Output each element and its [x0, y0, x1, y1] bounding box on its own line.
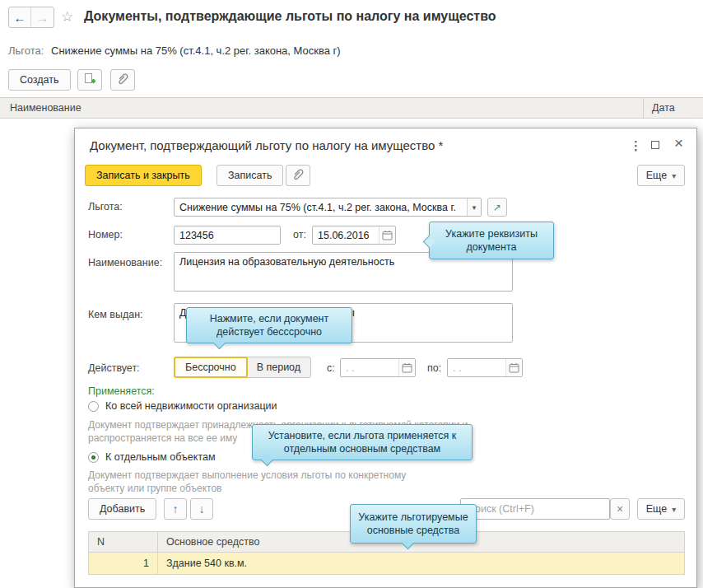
- attach-button[interactable]: [110, 69, 135, 91]
- period-to-value: . .: [453, 362, 461, 374]
- chevron-down-icon: ▾: [672, 171, 676, 180]
- row-asset: Здание 540 кв.м.: [158, 558, 247, 569]
- nav-history-group: ← →: [8, 7, 54, 28]
- radio-objects-label: К отдельным объектам: [105, 451, 216, 463]
- forward-icon: →: [36, 11, 49, 25]
- benefit-label: Льгота:: [8, 44, 44, 57]
- column-name[interactable]: Наименование: [0, 102, 643, 114]
- paperclip-icon: [116, 72, 129, 88]
- number-field-label: Номер:: [88, 229, 123, 240]
- benefit-field-label: Льгота:: [88, 201, 123, 212]
- period-from-input[interactable]: . .: [340, 358, 416, 377]
- dialog-more-button[interactable]: Еще ▾: [637, 165, 685, 186]
- more-label: Еще: [646, 503, 667, 515]
- column-asset[interactable]: Основное средство: [158, 536, 259, 548]
- tooltip-assets: Укажите льготируемые основные средства: [350, 504, 477, 544]
- period-from-value: . .: [346, 362, 354, 374]
- calendar-icon[interactable]: [398, 359, 415, 376]
- clear-icon: ×: [617, 502, 623, 516]
- favorite-star-icon[interactable]: ☆: [61, 8, 73, 26]
- chevron-down-icon[interactable]: ▾: [467, 198, 481, 216]
- tooltip-text: Установите, если льгота применяется к от…: [259, 429, 465, 455]
- arrow-down-icon: ↓: [199, 502, 205, 516]
- chevron-down-icon: ▾: [672, 505, 676, 514]
- period-toggle[interactable]: В период: [247, 357, 310, 377]
- validity-field-label: Действует:: [88, 362, 140, 374]
- applies-label: Применяется:: [88, 385, 155, 397]
- close-icon[interactable]: ×: [674, 136, 683, 151]
- dialog-attach-button[interactable]: [286, 165, 310, 186]
- date-input[interactable]: 15.06.2016: [312, 226, 396, 245]
- more-label: Еще: [646, 170, 667, 181]
- period-to-input[interactable]: . .: [447, 358, 523, 377]
- tooltip-perpetual: Нажмите, если документ действует бесссро…: [186, 307, 352, 343]
- perpetual-toggle[interactable]: Бессрочно: [174, 357, 248, 378]
- row-number: 1: [89, 553, 158, 574]
- tooltip-text: Укажите реквизиты документа: [436, 227, 547, 254]
- document-dialog: Документ, подтверждающий льготу по налог…: [74, 128, 697, 588]
- calendar-icon[interactable]: [379, 226, 395, 244]
- date-value: 15.06.2016: [318, 230, 370, 241]
- radio-checked-icon: [88, 452, 99, 463]
- back-icon: ←: [14, 11, 26, 25]
- maximize-icon[interactable]: [651, 141, 659, 149]
- forward-button[interactable]: →: [31, 7, 54, 27]
- arrow-up-icon: ↑: [173, 502, 179, 516]
- number-input[interactable]: 123456: [174, 226, 281, 245]
- column-date[interactable]: Дата: [644, 102, 703, 114]
- column-n[interactable]: N: [89, 532, 158, 552]
- tooltip-arrow: [423, 236, 436, 249]
- dialog-title: Документ, подтверждающий льготу по налог…: [90, 138, 443, 152]
- radio-objects[interactable]: К отдельным объектам: [88, 451, 216, 463]
- create-button[interactable]: Создать: [8, 69, 71, 91]
- open-benefit-button[interactable]: ↗: [487, 198, 507, 217]
- page-title: Документы, подтверждающие льготы по нало…: [84, 9, 496, 24]
- tooltip-document-details: Укажите реквизиты документа: [429, 222, 554, 259]
- radio-all-label: Ко всей недвижимости организации: [105, 400, 277, 412]
- paperclip-icon: [291, 168, 305, 184]
- date-field-label: от:: [293, 229, 306, 240]
- save-close-button[interactable]: Записать и закрыть: [85, 165, 202, 186]
- period-to-label: по:: [427, 362, 441, 374]
- tooltip-objects: Установите, если льгота применяется к от…: [252, 424, 473, 460]
- back-button[interactable]: ←: [9, 7, 31, 27]
- benefit-combobox-value: Снижение суммы на 75% (ст.4.1, ч.2 рег. …: [179, 202, 467, 213]
- add-document-button[interactable]: [77, 69, 102, 91]
- period-from-label: с:: [327, 362, 335, 374]
- open-link-icon: ↗: [493, 202, 501, 213]
- calendar-icon[interactable]: [505, 359, 522, 376]
- list-header: Наименование Дата: [0, 97, 703, 119]
- tooltip-arrow: [213, 337, 226, 350]
- number-value: 123456: [179, 230, 214, 241]
- radio-icon: [88, 401, 99, 412]
- benefit-combobox[interactable]: Снижение суммы на 75% (ст.4.1, ч.2 рег. …: [174, 198, 482, 217]
- validity-toggle-group: Бессрочно В период: [174, 357, 311, 378]
- radio-objects-hint: Документ подтверждает выполнение условия…: [88, 469, 442, 495]
- assets-more-button[interactable]: Еще ▾: [637, 498, 685, 520]
- tooltip-text: Нажмите, если документ действует бесссро…: [193, 312, 345, 338]
- radio-all-property[interactable]: Ко всей недвижимости организации: [88, 400, 277, 412]
- name-field-label: Наименование:: [88, 257, 162, 268]
- tooltip-arrow: [261, 454, 274, 467]
- benefit-value: Снижение суммы на 75% (ст.4.1, ч.2 рег. …: [51, 44, 341, 57]
- issuer-field-label: Кем выдан:: [88, 309, 143, 320]
- save-button[interactable]: Записать: [216, 165, 283, 186]
- table-row[interactable]: 1 Здание 540 кв.м.: [88, 553, 685, 575]
- add-row-button[interactable]: Добавить: [88, 498, 156, 520]
- menu-dots-icon[interactable]: ⋮: [630, 138, 642, 153]
- tooltip-text: Укажите льготируемые основные средства: [357, 511, 469, 537]
- app-window: ← → ☆ Документы, подтверждающие льготы п…: [0, 0, 703, 588]
- move-up-button[interactable]: ↑: [164, 498, 187, 520]
- search-input[interactable]: [460, 498, 610, 520]
- clear-search-button[interactable]: ×: [610, 498, 630, 520]
- add-document-icon: [83, 72, 96, 88]
- move-down-button[interactable]: ↓: [190, 498, 213, 520]
